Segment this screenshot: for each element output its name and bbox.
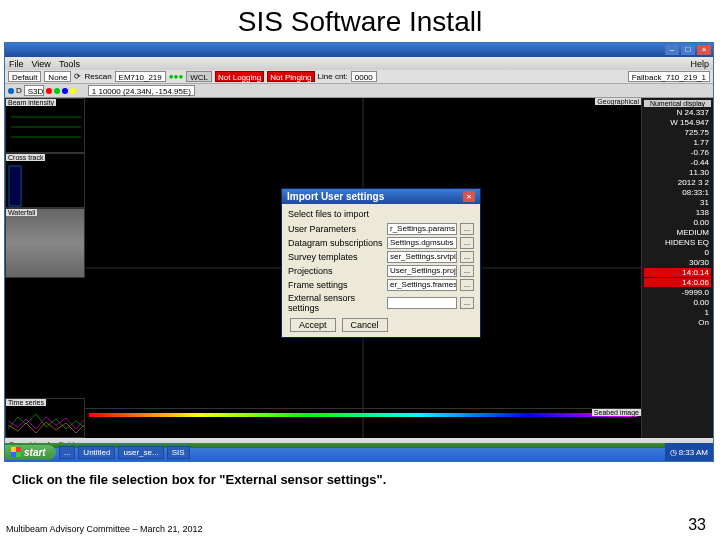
numerical-display-panel: Numerical display N 24.337 W 154.947 725… [641,98,713,438]
tool-icon[interactable] [70,88,76,94]
num-value: 0 [644,248,711,257]
panel-label: Seabed image [592,409,641,416]
browse-button[interactable]: ... [460,279,474,291]
panel-label: Geographical [595,98,641,105]
dialog-title-text: Import User settings [287,191,384,202]
toolbar-status: Default None ⟳ Rescan EM710_219 ●●● WCL … [5,70,713,84]
coords-display: 1 10000 (24.34N, -154.95E) [88,85,195,96]
browse-button[interactable]: ... [460,265,474,277]
tray-clock: 8:33 AM [679,448,708,457]
row-label-datagram: Datagram subscriptions [288,238,384,248]
color-scale-bar [89,413,637,417]
alert-value: 14:0.06 [644,278,711,287]
minimize-icon[interactable]: – [665,45,679,55]
menubar: File View Tools Help [5,57,713,70]
line-count-label: Line cnt: [318,72,348,81]
time-series-panel: Time series [5,398,85,438]
sis-application-window: – □ × File View Tools Help Default None … [4,42,714,462]
not-logging-badge: Not Logging [215,71,264,82]
fallback-field: Fallback_710_219_1 [628,71,710,82]
date-value: 2012 3 2 [644,178,711,187]
num-value: 1 [644,308,711,317]
panel-label: Beam intensity [6,99,56,106]
file-input-user-parameters[interactable]: r_Settings.params [387,223,457,235]
num-value: 1.77 [644,138,711,147]
wcl-badge: WCL [186,71,212,82]
row-label-frame-settings: Frame settings [288,280,384,290]
rescan-button[interactable]: Rescan [84,72,111,81]
num-value: 725.75 [644,128,711,137]
tool-box[interactable]: S3D [24,85,44,96]
num-value: -0.76 [644,148,711,157]
system-tray[interactable]: ◷ 8:33 AM [665,443,713,461]
panel-label: Waterfall [6,209,37,216]
accept-button[interactable]: Accept [290,318,336,332]
file-input-survey-templates[interactable]: ser_Settings.srvtpl [387,251,457,263]
svg-rect-3 [9,166,21,206]
import-user-settings-dialog: Import User settings × Select files to i… [281,188,481,338]
maximize-icon[interactable]: □ [681,45,695,55]
echosounder-select[interactable]: EM710_219 [115,71,166,82]
panel-label: Time series [6,399,46,406]
close-icon[interactable]: × [463,191,475,202]
close-icon[interactable]: × [697,45,711,55]
num-value: 0.00 [644,298,711,307]
file-input-datagram[interactable]: Settings.dgmsubs [387,237,457,249]
menu-tools[interactable]: Tools [59,59,80,69]
file-input-frame-settings[interactable]: er_Settings.frames [387,279,457,291]
preset-select[interactable]: Default [8,71,41,82]
row-label-external-sensors: External sensors settings [288,293,384,313]
taskbar-item[interactable]: ... [59,446,76,459]
beam-intensity-panel: Beam intensity [5,98,85,153]
num-value: 11.30 [644,168,711,177]
windows-taskbar: start ... Untitled user_se... SIS ◷ 8:33… [5,443,713,461]
panel-label: Numerical display [644,100,711,107]
num-value: On [644,318,711,327]
dialog-subtitle: Select files to import [288,209,474,219]
row-label-survey-templates: Survey templates [288,252,384,262]
slide-footer: Multibeam Advisory Committee – March 21,… [6,524,203,534]
tool-icon[interactable] [54,88,60,94]
windows-logo-icon [11,447,21,457]
panel-label: Cross track [6,154,45,161]
lat-value: N 24.337 [644,108,711,117]
cross-track-panel: Cross track [5,153,85,208]
row-label-projections: Projections [288,266,384,276]
alert-value: 14:0.14 [644,268,711,277]
menu-file[interactable]: File [9,59,24,69]
waterfall-panel: Waterfall [5,208,85,278]
file-input-projections[interactable]: User_Settings.proj [387,265,457,277]
line-count-value: 0000 [351,71,377,82]
taskbar-item[interactable]: Untitled [78,446,115,459]
dialog-titlebar[interactable]: Import User settings × [282,189,480,204]
tool-icon[interactable] [62,88,68,94]
file-input-external-sensors[interactable] [387,297,457,309]
browse-button[interactable]: ... [460,251,474,263]
row-label-user-parameters: User Parameters [288,224,384,234]
taskbar-item[interactable]: SIS [167,446,190,459]
tray-icon[interactable]: ◷ [670,448,677,457]
browse-button[interactable]: ... [460,237,474,249]
num-value: -9999.0 [644,288,711,297]
not-pinging-badge: Not Pinging [267,71,314,82]
lon-value: W 154.947 [644,118,711,127]
browse-button-external-sensors[interactable]: ... [460,297,474,309]
tool-icon[interactable] [46,88,52,94]
num-value: 0.00 [644,218,711,227]
tool-icon[interactable] [8,88,14,94]
slide-title: SIS Software Install [0,0,720,42]
left-panel-column: Beam intensity Cross track Waterfall Tim… [5,98,85,438]
toolbar-tools: D S3D 1 10000 (24.34N, -154.95E) [5,84,713,98]
cancel-button[interactable]: Cancel [342,318,388,332]
num-value: -0.44 [644,158,711,167]
status-none: None [44,71,71,82]
menu-view[interactable]: View [32,59,51,69]
browse-button[interactable]: ... [460,223,474,235]
num-value: 138 [644,208,711,217]
menu-help[interactable]: Help [690,59,709,69]
start-button[interactable]: start [5,445,56,460]
slide-number: 33 [688,516,706,534]
mode-value: HIDENS EQ [644,238,711,247]
taskbar-item[interactable]: user_se... [118,446,163,459]
time-value: 08:33:1 [644,188,711,197]
